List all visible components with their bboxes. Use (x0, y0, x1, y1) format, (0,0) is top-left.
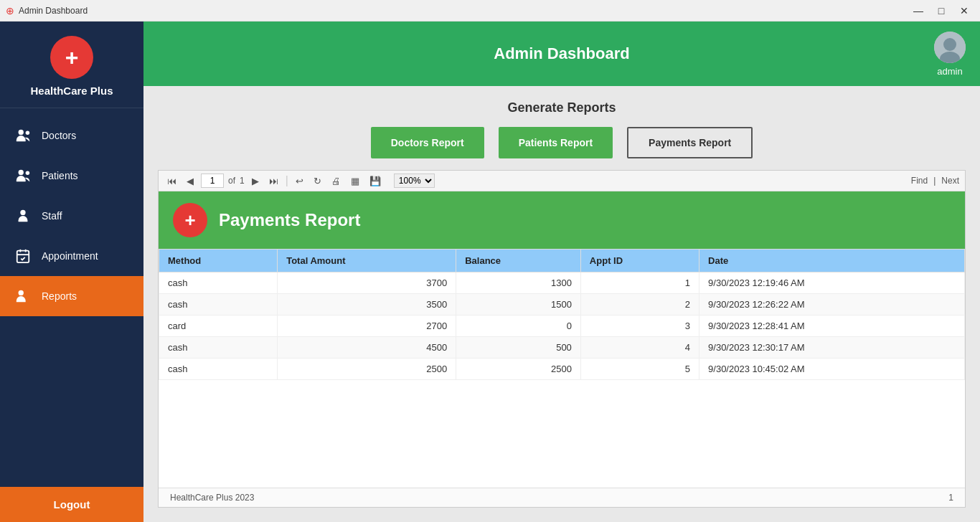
cell-appt-id: 1 (580, 272, 699, 294)
viewer-toolbar: ⏮ ◀ 1 of 1 ▶ ⏭ | ↩ ↻ 🖨 ▦ 💾 100% (159, 171, 965, 191)
staff-label: Staff (42, 210, 62, 222)
cell-total-amount: 3500 (278, 294, 456, 315)
next-label[interactable]: Next (941, 176, 959, 186)
sidebar-item-doctors[interactable]: Doctors (0, 115, 143, 156)
generate-reports-title: Generate Reports (158, 100, 966, 115)
titlebar-controls: — □ ✕ (908, 4, 974, 18)
doctors-icon (13, 125, 33, 146)
report-table-container: Method Total Amount Balance Appt ID Date… (159, 249, 965, 394)
cell-date: 9/30/2023 12:19:46 AM (699, 272, 965, 294)
user-name-label: admin (937, 66, 962, 77)
toolbar-sep-2: | (933, 176, 936, 186)
col-balance: Balance (456, 250, 581, 272)
logo-circle: + (50, 36, 93, 79)
svg-point-1 (26, 131, 29, 136)
page-total-label: 1 (240, 176, 245, 186)
sidebar-nav: Doctors Patients Staff (0, 108, 143, 487)
svg-point-3 (26, 171, 29, 176)
close-button[interactable]: ✕ (954, 4, 974, 18)
titlebar-title: Admin Dashboard (19, 6, 908, 16)
header-title: Admin Dashboard (494, 44, 629, 63)
sidebar-item-reports[interactable]: Reports (0, 276, 143, 316)
table-row: cash 3700 1300 1 9/30/2023 12:19:46 AM (159, 272, 965, 294)
reports-icon (13, 286, 33, 306)
zoom-controls: 100% 75% 125% 150% (394, 174, 435, 188)
cell-date: 9/30/2023 10:45:02 AM (699, 359, 965, 380)
main-area: Admin Dashboard admin Generate Reports D… (143, 22, 980, 522)
svg-point-9 (19, 290, 24, 295)
report-footer-right: 1 (948, 493, 953, 503)
page-of-label: of (228, 176, 235, 186)
sidebar: + HealthCare Plus Doctors Patient (0, 22, 143, 522)
report-title: Payments Report (219, 210, 360, 230)
table-header-row: Method Total Amount Balance Appt ID Date (159, 250, 965, 272)
toolbar-sep-1: | (286, 174, 288, 187)
find-controls: Find | Next (911, 176, 959, 186)
refresh-button[interactable]: ↻ (311, 174, 324, 188)
table-row: cash 4500 500 4 9/30/2023 12:30:17 AM (159, 337, 965, 359)
report-header-bar: + Payments Report (159, 191, 965, 249)
titlebar-app-icon: ⊕ (6, 5, 14, 16)
payments-report-button[interactable]: Payments Report (627, 127, 753, 158)
col-appt-id: Appt ID (580, 250, 699, 272)
patients-report-button[interactable]: Patients Report (499, 127, 613, 158)
page-number-input[interactable]: 1 (201, 174, 224, 188)
sidebar-item-appointment[interactable]: Appointment (0, 236, 143, 276)
cell-method: cash (159, 272, 278, 294)
cell-balance: 1500 (456, 294, 581, 315)
cell-total-amount: 4500 (278, 337, 456, 359)
cell-method: cash (159, 337, 278, 359)
cell-method: card (159, 315, 278, 337)
svg-point-2 (19, 170, 24, 175)
sidebar-item-patients[interactable]: Patients (0, 156, 143, 196)
appointment-label: Appointment (42, 250, 98, 262)
last-page-button[interactable]: ⏭ (266, 174, 281, 188)
top-header: Admin Dashboard admin (143, 22, 980, 86)
reports-label: Reports (42, 290, 77, 302)
col-total-amount: Total Amount (278, 250, 456, 272)
cell-method: cash (159, 294, 278, 315)
cell-method: cash (159, 359, 278, 380)
first-page-button[interactable]: ⏮ (164, 174, 179, 188)
header-user: admin (934, 32, 966, 77)
back-button[interactable]: ↩ (293, 174, 306, 188)
table-row: cash 2500 2500 5 9/30/2023 10:45:02 AM (159, 359, 965, 380)
doctors-report-button[interactable]: Doctors Report (371, 127, 484, 158)
sidebar-item-staff[interactable]: Staff (0, 196, 143, 236)
sidebar-app-name: HealthCare Plus (30, 85, 113, 97)
zoom-select[interactable]: 100% 75% 125% 150% (394, 174, 435, 188)
cell-balance: 2500 (456, 359, 581, 380)
cell-balance: 0 (456, 315, 581, 337)
cell-date: 9/30/2023 12:26:22 AM (699, 294, 965, 315)
print-button[interactable]: 🖨 (329, 174, 344, 188)
logo-plus-icon: + (65, 46, 79, 69)
maximize-button[interactable]: □ (931, 4, 951, 18)
minimize-button[interactable]: — (908, 4, 928, 18)
svg-rect-5 (17, 251, 29, 263)
payments-table: Method Total Amount Balance Appt ID Date… (159, 249, 965, 380)
report-viewer: ⏮ ◀ 1 of 1 ▶ ⏭ | ↩ ↻ 🖨 ▦ 💾 100% (158, 170, 966, 508)
cell-appt-id: 2 (580, 294, 699, 315)
report-buttons: Doctors Report Patients Report Payments … (158, 127, 966, 158)
svg-point-4 (20, 210, 25, 215)
prev-page-button[interactable]: ◀ (184, 174, 197, 188)
cell-total-amount: 3700 (278, 272, 456, 294)
cell-date: 9/30/2023 12:30:17 AM (699, 337, 965, 359)
cell-balance: 500 (456, 337, 581, 359)
svg-point-0 (19, 130, 24, 135)
table-row: card 2700 0 3 9/30/2023 12:28:41 AM (159, 315, 965, 337)
app: + HealthCare Plus Doctors Patient (0, 22, 980, 522)
cell-appt-id: 4 (580, 337, 699, 359)
layout-button[interactable]: ▦ (348, 174, 362, 188)
logout-button[interactable]: Logout (0, 487, 143, 522)
cell-balance: 1300 (456, 272, 581, 294)
sidebar-logo: + HealthCare Plus (0, 22, 143, 108)
export-button[interactable]: 💾 (367, 174, 384, 188)
next-page-button[interactable]: ▶ (249, 174, 262, 188)
user-avatar (934, 32, 966, 63)
report-logo-circle: + (173, 203, 207, 237)
patients-label: Patients (42, 170, 78, 181)
patients-icon (13, 166, 33, 186)
appointment-icon (13, 246, 33, 266)
svg-point-11 (943, 38, 956, 51)
